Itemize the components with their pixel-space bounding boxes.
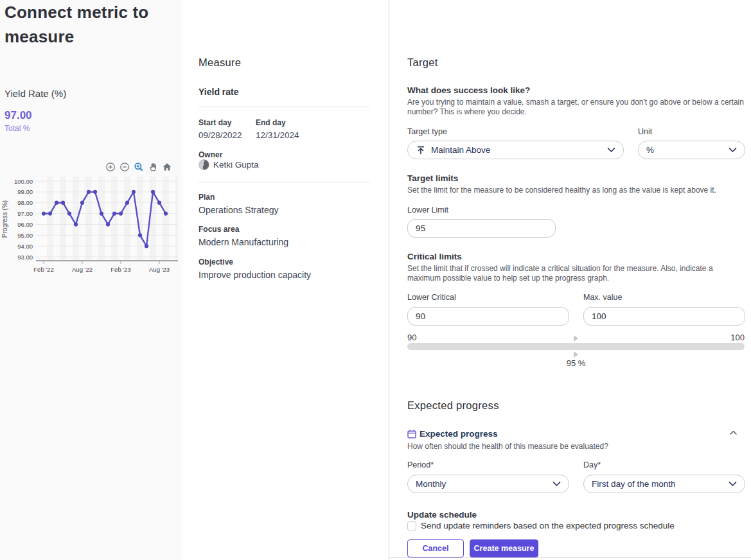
home-icon[interactable]	[161, 161, 172, 172]
metric-value: 97.00	[4, 109, 32, 122]
slider-current-value: 95 %	[407, 358, 745, 368]
expected-progress-card-header: Expected progress	[407, 429, 498, 439]
chart-toolbar	[105, 161, 172, 172]
chevron-down-icon	[729, 147, 737, 153]
svg-text:99.00: 99.00	[17, 188, 33, 195]
svg-text:93.00: 93.00	[17, 254, 33, 261]
chevron-down-icon	[729, 481, 737, 487]
start-day-label: Start day	[199, 118, 231, 127]
end-day-value: 12/31/2024	[256, 130, 299, 140]
unit-label: Unit	[638, 127, 652, 136]
target-config-panel: Target What does success look like? Are …	[389, 0, 751, 560]
expected-progress-heading: Expected progress	[407, 399, 499, 412]
target-type-label: Target type	[407, 127, 447, 136]
lower-limit-label: Lower Limit	[407, 206, 448, 214]
period-dropdown[interactable]: Monthly	[407, 475, 569, 493]
period-value: Monthly	[416, 479, 549, 489]
lower-critical-input[interactable]	[407, 307, 569, 326]
svg-text:97.00: 97.00	[17, 210, 33, 217]
unit-dropdown[interactable]: %	[638, 141, 745, 159]
day-label: Day*	[583, 460, 601, 469]
chevron-up-icon[interactable]	[730, 430, 737, 435]
chart-canvas[interactable]: 100.0099.0098.0097.0096.0095.0094.0093.0…	[0, 173, 182, 276]
target-type-value: Maintain Above	[431, 145, 603, 155]
max-value-label: Max. value	[583, 293, 622, 302]
measure-heading: Measure	[199, 57, 241, 69]
update-reminders-checkbox-label: Send update reminders based on the expec…	[421, 521, 675, 530]
target-limits-description: Set the limit for the measure to be cons…	[407, 186, 747, 195]
start-day-value: 09/28/2022	[199, 130, 242, 140]
svg-text:Aug '22: Aug '22	[72, 266, 93, 273]
divider	[199, 107, 369, 107]
box-zoom-icon[interactable]	[133, 161, 144, 172]
lower-limit-input[interactable]	[407, 219, 556, 238]
svg-text:Progress (%): Progress (%)	[1, 200, 8, 238]
svg-text:95.00: 95.00	[17, 232, 33, 239]
plan-value: Operations Strategy	[199, 205, 279, 215]
svg-text:Aug '23: Aug '23	[149, 266, 170, 273]
cancel-button[interactable]: Cancel	[407, 539, 464, 557]
svg-text:98.00: 98.00	[17, 199, 33, 206]
objective-value: Improve production capacity	[199, 270, 311, 280]
metric-unit-label: Total %	[4, 124, 30, 133]
chevron-down-icon	[552, 481, 561, 487]
update-schedule-title: Update schedule	[407, 510, 477, 520]
critical-limits-title: Critical limits	[407, 252, 462, 261]
day-dropdown[interactable]: First day of the month	[583, 475, 745, 493]
calendar-icon	[407, 430, 416, 439]
svg-text:96.00: 96.00	[17, 221, 33, 228]
max-value-input[interactable]	[583, 307, 745, 326]
divider	[199, 182, 369, 182]
svg-text:Feb '23: Feb '23	[110, 266, 130, 273]
day-value: First day of the month	[592, 479, 725, 489]
update-reminders-checkbox[interactable]	[407, 521, 416, 530]
success-description: Are you trying to maintain a value, smas…	[407, 98, 747, 117]
expected-progress-question: How often should the health of this meas…	[407, 442, 747, 451]
owner-label: Owner	[199, 150, 222, 159]
avatar	[199, 159, 209, 170]
zoom-in-icon[interactable]	[105, 161, 116, 172]
bottom-border	[389, 557, 751, 558]
metric-name: Yield Rate (%)	[4, 88, 66, 99]
measure-name: Yield rate	[199, 87, 239, 97]
slider-marker-bottom[interactable]	[574, 351, 578, 358]
success-title: What does success look like?	[407, 85, 530, 95]
chevron-down-icon	[607, 147, 615, 153]
metric-preview-panel: Connect metric to measure Yield Rate (%)…	[0, 0, 182, 560]
focus-area-label: Focus area	[199, 225, 239, 234]
svg-text:94.00: 94.00	[17, 243, 33, 250]
progress-line-chart[interactable]: 100.0099.0098.0097.0096.0095.0094.0093.0…	[0, 173, 182, 276]
slider-marker-top[interactable]	[574, 335, 578, 342]
pan-icon[interactable]	[147, 161, 158, 172]
period-label: Period*	[407, 460, 434, 469]
target-heading: Target	[407, 57, 438, 69]
maintain-above-icon	[416, 145, 426, 155]
zoom-out-icon[interactable]	[119, 161, 130, 172]
measure-summary-panel: Measure Yield rate Start day End day 09/…	[182, 0, 389, 560]
expected-progress-card-title: Expected progress	[420, 429, 498, 439]
svg-text:Feb '22: Feb '22	[33, 266, 53, 273]
page-title: Connect metric to measure	[4, 0, 168, 49]
plan-label: Plan	[199, 193, 215, 202]
target-type-dropdown[interactable]: Maintain Above	[407, 141, 624, 159]
connect-metric-page: Connect metric to measure Yield Rate (%)…	[0, 0, 751, 560]
critical-limits-description: Set the limit that if crossed will indic…	[407, 264, 748, 283]
end-day-label: End day	[256, 118, 286, 127]
svg-text:100.00: 100.00	[14, 178, 33, 185]
lower-critical-label: Lower Critical	[407, 293, 456, 302]
limits-slider-track[interactable]	[407, 343, 745, 350]
create-measure-button[interactable]: Create measure	[470, 539, 538, 557]
owner-name: Ketki Gupta	[213, 160, 259, 170]
target-limits-title: Target limits	[407, 173, 458, 183]
owner-row: Ketki Gupta	[199, 159, 259, 170]
focus-area-value: Modern Manufacturing	[199, 237, 288, 247]
unit-value: %	[646, 145, 725, 155]
objective-label: Objective	[199, 258, 233, 267]
